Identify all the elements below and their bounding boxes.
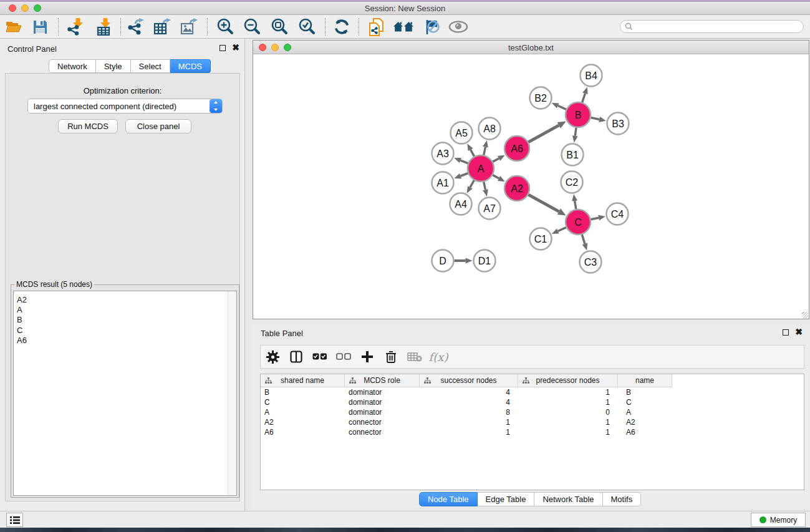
edge-A-A2[interactable]	[493, 175, 499, 178]
home-icon[interactable]	[390, 16, 417, 37]
node-A6[interactable]: A6	[504, 136, 529, 161]
tab-mcds[interactable]: MCDS	[170, 59, 211, 73]
edge-C-C2[interactable]	[575, 201, 576, 209]
open-file-icon[interactable]	[1, 16, 27, 37]
columns-icon[interactable]	[284, 347, 308, 367]
node-A8[interactable]: A8	[479, 118, 501, 140]
column-header[interactable]: name	[618, 374, 672, 387]
node-A4[interactable]: A4	[450, 193, 472, 215]
table-float-icon[interactable]	[783, 329, 789, 336]
result-item[interactable]: A	[14, 305, 236, 315]
deselect-all-icon[interactable]	[332, 347, 355, 367]
eye-icon[interactable]	[445, 16, 471, 37]
import-table-icon[interactable]	[91, 16, 117, 37]
edge-A-A8[interactable]	[484, 147, 486, 155]
network-window-titlebar[interactable]: testGlobe.txt	[253, 41, 809, 54]
select-all-icon[interactable]	[308, 347, 332, 367]
float-panel-icon[interactable]	[219, 45, 226, 51]
edge-B-B2[interactable]	[558, 106, 566, 110]
column-header[interactable]: successor nodes	[420, 374, 518, 387]
tab-edge-table[interactable]: Edge Table	[478, 492, 535, 506]
table-row[interactable]: A6connector11A6	[261, 427, 804, 437]
resize-grip[interactable]	[802, 312, 808, 318]
node-C1[interactable]: C1	[530, 228, 552, 250]
result-item[interactable]: C	[14, 326, 236, 336]
edge-A-A4[interactable]	[470, 180, 474, 187]
edge-A-A6[interactable]	[493, 158, 499, 162]
hide-flags-icon[interactable]	[418, 16, 444, 37]
table-row[interactable]: Adominator80A	[261, 407, 804, 417]
edge-C-C1[interactable]	[558, 228, 566, 231]
add-column-icon[interactable]	[355, 347, 379, 367]
node-A7[interactable]: A7	[479, 198, 501, 220]
tab-network[interactable]: Network	[49, 59, 96, 73]
column-header[interactable]: MCDS role	[345, 374, 420, 387]
node-D[interactable]: D	[432, 250, 454, 272]
zoom-in-icon[interactable]	[212, 16, 238, 37]
search-input[interactable]	[633, 22, 803, 31]
tab-node-table[interactable]: Node Table	[419, 492, 478, 506]
delete-column-icon[interactable]	[379, 347, 403, 367]
column-header[interactable]: predecessor nodes	[518, 374, 618, 387]
edge-B-B1[interactable]	[575, 128, 576, 136]
run-mcds-button[interactable]: Run MCDS	[58, 119, 118, 133]
export-network-icon[interactable]	[123, 16, 149, 37]
list-button[interactable]	[6, 513, 23, 527]
tab-style[interactable]: Style	[96, 59, 131, 73]
edge-B-B4[interactable]	[582, 94, 586, 102]
edge-A-A7[interactable]	[484, 181, 486, 190]
edge-A6-B[interactable]	[528, 125, 559, 142]
tab-motifs[interactable]: Motifs	[603, 492, 642, 506]
node-table[interactable]: shared nameMCDS rolesuccessor nodesprede…	[260, 374, 804, 490]
edge-A2-C[interactable]	[528, 195, 559, 211]
table-row[interactable]: Cdominator41C	[261, 397, 804, 407]
export-image-icon[interactable]	[176, 16, 202, 37]
edge-B-B3[interactable]	[591, 117, 600, 119]
gear-icon[interactable]	[261, 347, 284, 367]
edge-A-A1[interactable]	[461, 173, 468, 176]
result-item[interactable]: B	[14, 315, 236, 325]
tab-select[interactable]: Select	[131, 59, 170, 73]
optimization-criterion-dropdown[interactable]: largest connected component (directed)	[27, 99, 223, 114]
close-panel-button[interactable]: Close panel	[125, 119, 191, 133]
delete-table-icon[interactable]	[403, 347, 427, 367]
result-item[interactable]: A6	[14, 336, 236, 346]
function-icon[interactable]: f(x)	[427, 347, 450, 367]
node-B4[interactable]: B4	[581, 65, 602, 87]
result-scrollbar[interactable]	[228, 291, 236, 495]
node-C4[interactable]: C4	[607, 203, 629, 225]
close-panel-icon[interactable]: ✖	[232, 44, 239, 51]
node-B2[interactable]: B2	[530, 87, 552, 109]
column-header[interactable]: shared name	[261, 374, 345, 387]
search-box[interactable]	[620, 20, 804, 33]
table-row[interactable]: A2connector11A2	[261, 417, 804, 427]
node-A5[interactable]: A5	[451, 122, 473, 144]
node-D1[interactable]: D1	[474, 250, 496, 272]
clone-network-icon[interactable]	[363, 16, 389, 37]
node-B[interactable]: B	[566, 102, 591, 127]
result-item[interactable]: A2	[14, 295, 236, 305]
edge-A-A5[interactable]	[471, 150, 475, 157]
table-row[interactable]: Bdominator41B	[261, 387, 804, 397]
mcds-result-list[interactable]: A2ABCA6	[13, 291, 237, 496]
edge-C-C4[interactable]	[591, 218, 599, 220]
table-close-icon[interactable]: ✖	[795, 329, 803, 336]
node-C[interactable]: C	[566, 210, 591, 235]
node-A1[interactable]: A1	[432, 172, 454, 194]
network-canvas[interactable]: B4B2BB3A5A8A6A3B1AA1C2A2A4A7CC4C1C3DD1	[253, 55, 809, 319]
memory-button[interactable]: Memory	[751, 513, 806, 527]
refresh-icon[interactable]	[329, 16, 355, 37]
tab-network-table[interactable]: Network Table	[534, 492, 602, 506]
edge-A-A3[interactable]	[460, 160, 468, 163]
node-B1[interactable]: B1	[562, 144, 584, 166]
zoom-selected-icon[interactable]	[294, 16, 320, 37]
node-C2[interactable]: C2	[561, 172, 583, 193]
node-A3[interactable]: A3	[432, 143, 454, 165]
node-C3[interactable]: C3	[580, 251, 602, 273]
zoom-fit-icon[interactable]	[266, 16, 292, 37]
save-icon[interactable]	[27, 16, 53, 37]
zoom-out-icon[interactable]	[239, 16, 265, 37]
edge-C-C3[interactable]	[582, 235, 585, 244]
node-A[interactable]: A	[468, 155, 494, 181]
import-network-icon[interactable]	[62, 16, 88, 37]
